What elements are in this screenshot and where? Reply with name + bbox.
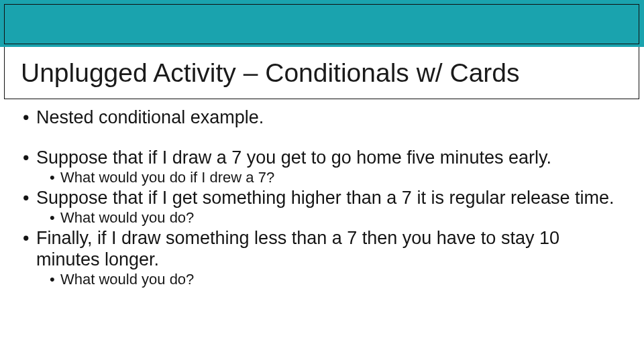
bullet-text: Finally, if I draw something less than a…	[36, 228, 559, 269]
header-band	[0, 0, 644, 47]
title-box: Unplugged Activity – Conditionals w/ Car…	[4, 47, 639, 99]
sub-bullet-list: What would you do?	[36, 271, 624, 288]
header-inner-frame	[4, 4, 639, 44]
sub-bullet-text: What would you do?	[60, 209, 194, 226]
sub-bullet-list: What would you do?	[36, 209, 624, 227]
bullet-text: Suppose that if I get something higher t…	[36, 188, 614, 208]
bullet-item: Suppose that if I get something higher t…	[20, 188, 624, 227]
sub-bullet-item: What would you do?	[48, 209, 624, 227]
slide-body: Nested conditional example. Suppose that…	[20, 107, 624, 349]
sub-bullet-item: What would you do if I drew a 7?	[48, 169, 624, 186]
sub-bullet-text: What would you do?	[60, 271, 194, 288]
bullet-item: Nested conditional example.	[20, 107, 624, 129]
sub-bullet-list: What would you do if I drew a 7?	[36, 169, 624, 186]
bullet-text: Nested conditional example.	[36, 107, 264, 127]
bullet-list: Nested conditional example.	[20, 107, 624, 129]
sub-bullet-text: What would you do if I drew a 7?	[60, 169, 274, 186]
spacer	[20, 130, 624, 147]
slide: Unplugged Activity – Conditionals w/ Car…	[0, 0, 644, 362]
sub-bullet-item: What would you do?	[48, 271, 624, 288]
bullet-list: Suppose that if I draw a 7 you get to go…	[20, 147, 624, 289]
bullet-item: Finally, if I draw something less than a…	[20, 228, 624, 288]
bullet-text: Suppose that if I draw a 7 you get to go…	[36, 147, 551, 168]
slide-title: Unplugged Activity – Conditionals w/ Car…	[21, 58, 520, 88]
bullet-item: Suppose that if I draw a 7 you get to go…	[20, 147, 624, 186]
